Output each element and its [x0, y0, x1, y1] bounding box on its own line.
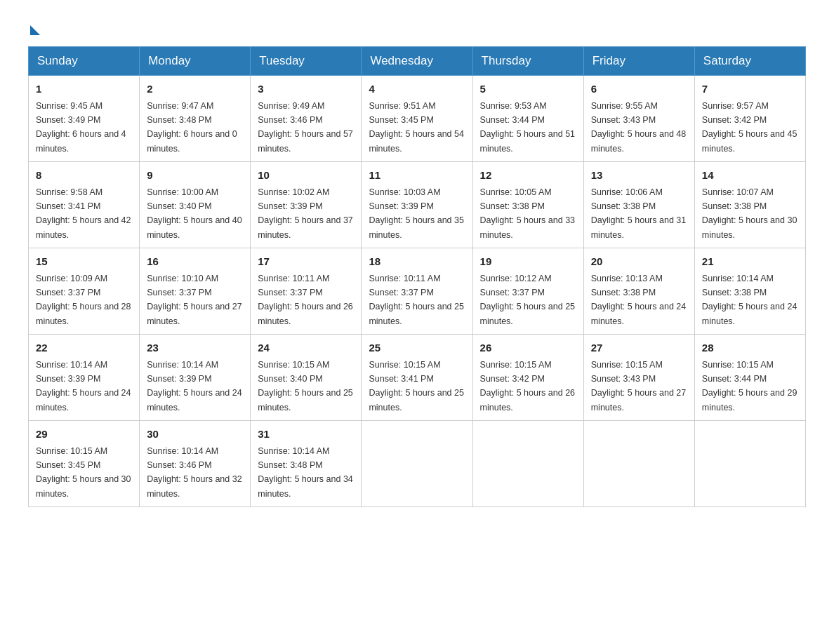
day-number: 9: [147, 168, 243, 184]
header-row: SundayMondayTuesdayWednesdayThursdayFrid…: [29, 47, 806, 76]
calendar-cell: [583, 421, 694, 507]
calendar-cell: 11 Sunrise: 10:03 AMSunset: 3:39 PMDayli…: [362, 162, 472, 248]
calendar-cell: 8 Sunrise: 9:58 AMSunset: 3:41 PMDayligh…: [29, 162, 140, 248]
day-of-week-header: Thursday: [472, 47, 583, 76]
day-info: Sunrise: 10:14 AMSunset: 3:38 PMDaylight…: [702, 274, 797, 326]
day-info: Sunrise: 10:15 AMSunset: 3:43 PMDaylight…: [591, 360, 687, 412]
calendar-body: 1 Sunrise: 9:45 AMSunset: 3:49 PMDayligh…: [29, 76, 806, 507]
calendar-cell: 29 Sunrise: 10:15 AMSunset: 3:45 PMDayli…: [29, 421, 140, 507]
calendar-cell: [362, 421, 472, 507]
day-of-week-header: Monday: [140, 47, 251, 76]
day-info: Sunrise: 10:15 AMSunset: 3:44 PMDaylight…: [702, 360, 797, 412]
calendar-cell: 27 Sunrise: 10:15 AMSunset: 3:43 PMDayli…: [583, 335, 694, 421]
day-number: 8: [36, 168, 132, 184]
logo: [28, 21, 40, 32]
day-number: 29: [36, 427, 132, 443]
day-number: 20: [591, 254, 687, 270]
day-info: Sunrise: 9:51 AMSunset: 3:45 PMDaylight:…: [369, 101, 464, 154]
calendar-cell: 14 Sunrise: 10:07 AMSunset: 3:38 PMDayli…: [694, 162, 805, 248]
day-info: Sunrise: 9:49 AMSunset: 3:46 PMDaylight:…: [258, 101, 353, 154]
day-number: 31: [258, 427, 354, 443]
day-number: 12: [480, 168, 576, 184]
calendar-cell: 12 Sunrise: 10:05 AMSunset: 3:38 PMDayli…: [472, 162, 583, 248]
day-of-week-header: Sunday: [29, 47, 140, 76]
calendar-week-row: 29 Sunrise: 10:15 AMSunset: 3:45 PMDayli…: [29, 421, 806, 507]
day-info: Sunrise: 10:14 AMSunset: 3:39 PMDaylight…: [36, 360, 131, 412]
day-number: 16: [147, 254, 243, 270]
calendar-cell: 19 Sunrise: 10:12 AMSunset: 3:37 PMDayli…: [472, 248, 583, 335]
day-of-week-header: Wednesday: [362, 47, 472, 76]
calendar-cell: 2 Sunrise: 9:47 AMSunset: 3:48 PMDayligh…: [140, 76, 251, 162]
day-number: 2: [147, 81, 243, 98]
calendar-cell: 3 Sunrise: 9:49 AMSunset: 3:46 PMDayligh…: [251, 76, 362, 162]
calendar-cell: 25 Sunrise: 10:15 AMSunset: 3:41 PMDayli…: [362, 335, 472, 421]
day-number: 21: [702, 254, 798, 270]
day-info: Sunrise: 9:58 AMSunset: 3:41 PMDaylight:…: [36, 187, 131, 240]
day-number: 3: [258, 81, 354, 98]
day-info: Sunrise: 9:45 AMSunset: 3:49 PMDaylight:…: [36, 101, 126, 154]
calendar-cell: [472, 421, 583, 507]
calendar-cell: 22 Sunrise: 10:14 AMSunset: 3:39 PMDayli…: [29, 335, 140, 421]
day-of-week-header: Tuesday: [251, 47, 362, 76]
logo-triangle-icon: [30, 25, 40, 35]
day-number: 19: [480, 254, 576, 270]
page-header: [28, 21, 806, 32]
day-number: 28: [702, 340, 798, 356]
day-info: Sunrise: 10:12 AMSunset: 3:37 PMDaylight…: [480, 274, 576, 326]
calendar-table: SundayMondayTuesdayWednesdayThursdayFrid…: [28, 46, 806, 507]
calendar-cell: 18 Sunrise: 10:11 AMSunset: 3:37 PMDayli…: [362, 248, 472, 335]
day-info: Sunrise: 9:55 AMSunset: 3:43 PMDaylight:…: [591, 101, 687, 154]
day-info: Sunrise: 10:14 AMSunset: 3:39 PMDaylight…: [147, 360, 242, 412]
day-number: 26: [480, 340, 576, 356]
day-number: 22: [36, 340, 132, 356]
day-number: 4: [369, 81, 465, 98]
day-info: Sunrise: 10:10 AMSunset: 3:37 PMDaylight…: [147, 274, 242, 326]
day-number: 7: [702, 81, 798, 98]
calendar-cell: 21 Sunrise: 10:14 AMSunset: 3:38 PMDayli…: [694, 248, 805, 335]
day-number: 23: [147, 340, 243, 356]
calendar-cell: 15 Sunrise: 10:09 AMSunset: 3:37 PMDayli…: [29, 248, 140, 335]
day-of-week-header: Saturday: [694, 47, 805, 76]
calendar-week-row: 22 Sunrise: 10:14 AMSunset: 3:39 PMDayli…: [29, 335, 806, 421]
day-number: 11: [369, 168, 465, 184]
calendar-cell: 30 Sunrise: 10:14 AMSunset: 3:46 PMDayli…: [140, 421, 251, 507]
calendar-cell: 7 Sunrise: 9:57 AMSunset: 3:42 PMDayligh…: [694, 76, 805, 162]
calendar-week-row: 15 Sunrise: 10:09 AMSunset: 3:37 PMDayli…: [29, 248, 806, 335]
day-info: Sunrise: 10:13 AMSunset: 3:38 PMDaylight…: [591, 274, 687, 326]
calendar-week-row: 1 Sunrise: 9:45 AMSunset: 3:49 PMDayligh…: [29, 76, 806, 162]
day-number: 17: [258, 254, 354, 270]
calendar-cell: 23 Sunrise: 10:14 AMSunset: 3:39 PMDayli…: [140, 335, 251, 421]
day-number: 30: [147, 427, 243, 443]
calendar-cell: 24 Sunrise: 10:15 AMSunset: 3:40 PMDayli…: [251, 335, 362, 421]
day-number: 6: [591, 81, 687, 98]
day-number: 25: [369, 340, 465, 356]
day-info: Sunrise: 10:15 AMSunset: 3:41 PMDaylight…: [369, 360, 464, 412]
calendar-cell: 31 Sunrise: 10:14 AMSunset: 3:48 PMDayli…: [251, 421, 362, 507]
calendar-cell: 17 Sunrise: 10:11 AMSunset: 3:37 PMDayli…: [251, 248, 362, 335]
day-info: Sunrise: 10:02 AMSunset: 3:39 PMDaylight…: [258, 187, 353, 240]
day-info: Sunrise: 10:05 AMSunset: 3:38 PMDaylight…: [480, 187, 576, 240]
day-info: Sunrise: 10:09 AMSunset: 3:37 PMDaylight…: [36, 274, 131, 326]
day-info: Sunrise: 10:06 AMSunset: 3:38 PMDaylight…: [591, 187, 687, 240]
day-info: Sunrise: 10:14 AMSunset: 3:48 PMDaylight…: [258, 446, 353, 499]
day-number: 5: [480, 81, 576, 98]
day-info: Sunrise: 10:14 AMSunset: 3:46 PMDaylight…: [147, 446, 242, 499]
calendar-cell: 4 Sunrise: 9:51 AMSunset: 3:45 PMDayligh…: [362, 76, 472, 162]
calendar-cell: 13 Sunrise: 10:06 AMSunset: 3:38 PMDayli…: [583, 162, 694, 248]
calendar-cell: 5 Sunrise: 9:53 AMSunset: 3:44 PMDayligh…: [472, 76, 583, 162]
day-info: Sunrise: 10:00 AMSunset: 3:40 PMDaylight…: [147, 187, 242, 240]
day-info: Sunrise: 9:57 AMSunset: 3:42 PMDaylight:…: [702, 101, 797, 154]
calendar-cell: 16 Sunrise: 10:10 AMSunset: 3:37 PMDayli…: [140, 248, 251, 335]
calendar-cell: 26 Sunrise: 10:15 AMSunset: 3:42 PMDayli…: [472, 335, 583, 421]
calendar-header: SundayMondayTuesdayWednesdayThursdayFrid…: [29, 47, 806, 76]
day-of-week-header: Friday: [583, 47, 694, 76]
day-number: 14: [702, 168, 798, 184]
day-number: 10: [258, 168, 354, 184]
day-info: Sunrise: 10:15 AMSunset: 3:42 PMDaylight…: [480, 360, 576, 412]
day-number: 15: [36, 254, 132, 270]
calendar-cell: [694, 421, 805, 507]
day-info: Sunrise: 10:03 AMSunset: 3:39 PMDaylight…: [369, 187, 464, 240]
calendar-cell: 6 Sunrise: 9:55 AMSunset: 3:43 PMDayligh…: [583, 76, 694, 162]
day-info: Sunrise: 9:47 AMSunset: 3:48 PMDaylight:…: [147, 101, 237, 154]
calendar-cell: 1 Sunrise: 9:45 AMSunset: 3:49 PMDayligh…: [29, 76, 140, 162]
